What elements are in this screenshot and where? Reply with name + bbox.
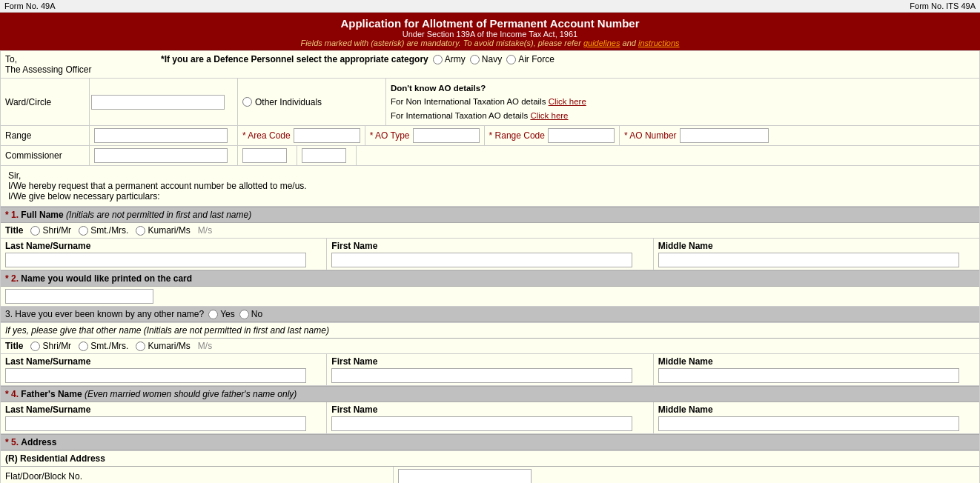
section2-number: * 2. [5,273,19,284]
commissioner-input[interactable] [94,148,228,163]
army-option: Army [433,54,466,64]
instructions-link[interactable]: instructions [638,39,680,47]
section1-label: Full Name [21,210,63,220]
sir-section: Sir, I/We hereby request that a permanen… [1,166,979,207]
shri-label-2: Shri/Mr [42,341,71,351]
no-label: No [251,309,262,319]
commissioner-row: Commissioner [1,146,979,166]
shri-radio[interactable] [30,226,40,236]
middle-name-col-4: Middle Name [654,402,979,433]
smt-label: Smt./Mrs. [90,225,128,236]
section2-header: * 2. Name you would like printed on the … [1,270,979,287]
no-option: No [239,309,262,319]
form-no-right: Form No. ITS 49A [910,1,976,10]
ao-number-input[interactable] [680,128,769,143]
section4-note: (Even married women should give father's… [85,389,297,399]
army-label: Army [445,54,466,64]
sir-line1: Sir, [8,170,972,181]
first-name-label-2: First Name [331,356,648,367]
kumari-label: Kumari/Ms [148,225,190,236]
flat-input-cell [394,467,979,483]
ward-input[interactable] [91,95,225,110]
international-link[interactable]: Click here [530,111,568,120]
section1-header: * 1. Full Name (Initials are not permitt… [1,207,979,223]
middle-name-label-1: Middle Name [658,241,975,251]
airforce-radio[interactable] [506,55,516,64]
kumari-option: Kumari/Ms [136,225,190,236]
last-name-label-2: Last Name/Surname [5,356,322,367]
section5-header: * 5. Address [1,434,979,450]
first-name-input-1[interactable] [331,253,632,267]
flat-input[interactable] [398,469,532,483]
name-row-2: Last Name/Surname First Name Middle Name [1,354,979,386]
header-subtitle: Under Section 139A of the Income Tax Act… [3,30,977,39]
kumari-radio[interactable] [136,226,145,236]
ms-option: M/s [198,225,212,236]
ward-input-cell [90,79,238,125]
flat-row: Flat/Door/Block No. [1,467,979,483]
last-name-input-1[interactable] [5,253,306,267]
dont-know-title: Don't know AO details? [391,81,975,95]
kumari-radio-2[interactable] [136,342,145,351]
ifyes-label: If yes, please give that other name (Ini… [5,325,329,336]
ao-type-cell: * AO Type [365,126,485,145]
middle-name-input-2[interactable] [658,368,959,383]
no-radio[interactable] [239,310,249,319]
shri-option: Shri/Mr [30,225,71,236]
to-line1: To, [5,54,153,64]
range-code-input[interactable] [548,128,615,143]
yes-radio[interactable] [208,310,218,319]
first-name-input-2[interactable] [331,368,632,383]
name-row-4: Last Name/Surname First Name Middle Name [1,402,979,434]
shri-radio-2[interactable] [30,342,40,351]
top-bar: Form No. 49A Form No. ITS 49A [0,0,980,13]
known-row: 3. Have you ever been known by any other… [1,307,979,322]
title-label-1: Title [5,225,23,236]
smt-radio[interactable] [79,226,88,236]
non-international-link[interactable]: Click here [549,97,586,106]
navy-radio[interactable] [470,55,480,64]
army-radio[interactable] [433,55,443,64]
airforce-label: Air Force [518,54,554,64]
non-international-row: For Non International Taxation AO detail… [391,95,975,108]
last-name-col-2: Last Name/Surname [1,354,327,385]
area-code-cell: * Area Code [238,126,365,145]
last-name-input-4[interactable] [5,416,306,431]
first-name-col-4: First Name [327,402,653,433]
last-name-input-2[interactable] [5,368,306,383]
commissioner-input2[interactable] [242,148,287,163]
range-input[interactable] [94,128,228,143]
sir-line2: I/We hereby request that a permanent acc… [8,181,972,191]
area-code-input[interactable] [294,128,360,143]
airforce-option: Air Force [506,54,554,64]
section4-header: * 4. Father's Name (Even married women s… [1,386,979,402]
sir-line3: I/We give below necessary particulars: [8,191,972,201]
header-title: Application for Allotment of Permanent A… [3,17,977,30]
print-name-input[interactable] [5,289,153,304]
kumari-option-2: Kumari/Ms [136,341,190,351]
commissioner-extra2 [297,146,357,165]
commissioner-extra1 [238,146,297,165]
yes-option: Yes [208,309,235,319]
smt-radio-2[interactable] [79,342,88,351]
commissioner-input-cell [90,146,238,165]
first-name-input-4[interactable] [331,416,632,431]
middle-name-input-1[interactable] [658,253,959,267]
other-individuals-radio[interactable] [242,97,252,107]
section1-number: * 1. [5,210,19,220]
guidelines-link[interactable]: guidelines [583,39,620,47]
commissioner-input3[interactable] [302,148,346,163]
title-label-2: Title [5,341,23,351]
ifyes-note: If yes, please give that other name (Ini… [1,322,979,339]
range-label-cell: Range [1,126,90,145]
other-individuals-cell: Other Individuals [238,79,386,125]
other-individuals-label: Other Individuals [255,97,322,107]
ao-type-input[interactable] [413,128,480,143]
navy-option: Navy [470,54,502,64]
shri-option-2: Shri/Mr [30,341,71,351]
section5-label: Address [21,437,56,447]
defence-section: *If you are a Defence Personnel select t… [153,54,975,64]
residential-label: (R) Residential Address [5,453,105,464]
first-name-col-1: First Name [327,239,653,270]
middle-name-input-4[interactable] [658,416,959,431]
